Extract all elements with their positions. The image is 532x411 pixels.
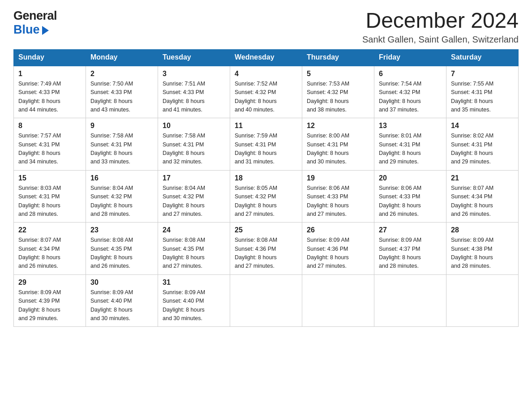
calendar-week-row: 8Sunrise: 7:57 AMSunset: 4:31 PMDaylight…	[14, 118, 519, 171]
day-info: Sunrise: 8:08 AMSunset: 4:36 PMDaylight:…	[235, 236, 297, 271]
day-number: 2	[90, 70, 153, 78]
day-number: 24	[163, 226, 225, 234]
calendar-cell: 9Sunrise: 7:58 AMSunset: 4:31 PMDaylight…	[86, 118, 158, 171]
day-info: Sunrise: 7:50 AMSunset: 4:33 PMDaylight:…	[90, 80, 153, 115]
day-number: 31	[163, 278, 225, 287]
calendar-cell: 15Sunrise: 8:03 AMSunset: 4:31 PMDayligh…	[14, 170, 86, 223]
weekday-header-row: Sunday Monday Tuesday Wednesday Thursday…	[14, 49, 519, 65]
calendar-week-row: 22Sunrise: 8:07 AMSunset: 4:34 PMDayligh…	[14, 223, 519, 275]
calendar-cell: 23Sunrise: 8:08 AMSunset: 4:35 PMDayligh…	[86, 223, 158, 275]
day-info: Sunrise: 7:57 AMSunset: 4:31 PMDaylight:…	[18, 132, 81, 167]
day-info: Sunrise: 8:09 AMSunset: 4:40 PMDaylight:…	[163, 288, 225, 323]
day-number: 7	[451, 70, 514, 78]
calendar-cell: 8Sunrise: 7:57 AMSunset: 4:31 PMDaylight…	[14, 118, 86, 171]
location-subtitle: Sankt Gallen, Saint Gallen, Switzerland	[362, 34, 519, 45]
calendar-cell: 29Sunrise: 8:09 AMSunset: 4:39 PMDayligh…	[14, 274, 86, 327]
calendar-table: Sunday Monday Tuesday Wednesday Thursday…	[13, 49, 519, 327]
day-number: 1	[18, 70, 81, 78]
calendar-week-row: 1Sunrise: 7:49 AMSunset: 4:33 PMDaylight…	[14, 65, 519, 118]
header-sunday: Sunday	[14, 49, 86, 65]
header-wednesday: Wednesday	[230, 49, 302, 65]
calendar-cell	[446, 274, 519, 327]
day-info: Sunrise: 8:04 AMSunset: 4:32 PMDaylight:…	[163, 184, 225, 219]
calendar-cell: 17Sunrise: 8:04 AMSunset: 4:32 PMDayligh…	[158, 170, 230, 223]
calendar-cell: 31Sunrise: 8:09 AMSunset: 4:40 PMDayligh…	[158, 274, 230, 327]
day-number: 8	[18, 122, 81, 130]
day-number: 15	[18, 174, 81, 182]
day-info: Sunrise: 7:54 AMSunset: 4:32 PMDaylight:…	[379, 80, 442, 115]
day-info: Sunrise: 8:03 AMSunset: 4:31 PMDaylight:…	[18, 184, 81, 219]
calendar-cell: 30Sunrise: 8:09 AMSunset: 4:40 PMDayligh…	[86, 274, 158, 327]
calendar-cell: 4Sunrise: 7:52 AMSunset: 4:32 PMDaylight…	[230, 65, 302, 118]
day-number: 26	[307, 226, 369, 234]
calendar-week-row: 15Sunrise: 8:03 AMSunset: 4:31 PMDayligh…	[14, 170, 519, 223]
day-info: Sunrise: 7:49 AMSunset: 4:33 PMDaylight:…	[18, 80, 81, 115]
day-number: 3	[163, 70, 225, 78]
calendar-cell: 26Sunrise: 8:09 AMSunset: 4:36 PMDayligh…	[302, 223, 374, 275]
header-tuesday: Tuesday	[158, 49, 230, 65]
calendar-cell: 28Sunrise: 8:09 AMSunset: 4:38 PMDayligh…	[446, 223, 519, 275]
calendar-cell: 12Sunrise: 8:00 AMSunset: 4:31 PMDayligh…	[302, 118, 374, 171]
calendar-cell: 5Sunrise: 7:53 AMSunset: 4:32 PMDaylight…	[302, 65, 374, 118]
day-number: 19	[307, 174, 369, 182]
calendar-cell: 22Sunrise: 8:07 AMSunset: 4:34 PMDayligh…	[14, 223, 86, 275]
header-thursday: Thursday	[302, 49, 374, 65]
day-info: Sunrise: 7:53 AMSunset: 4:32 PMDaylight:…	[307, 80, 369, 115]
logo-blue-line: Blue	[13, 23, 49, 37]
logo-general: General	[13, 9, 57, 23]
calendar-cell: 13Sunrise: 8:01 AMSunset: 4:31 PMDayligh…	[374, 118, 446, 171]
day-number: 29	[18, 278, 81, 287]
day-info: Sunrise: 7:55 AMSunset: 4:31 PMDaylight:…	[451, 80, 514, 115]
day-info: Sunrise: 7:51 AMSunset: 4:33 PMDaylight:…	[163, 80, 225, 115]
day-info: Sunrise: 8:06 AMSunset: 4:33 PMDaylight:…	[379, 184, 442, 219]
header-saturday: Saturday	[446, 49, 519, 65]
day-info: Sunrise: 7:58 AMSunset: 4:31 PMDaylight:…	[90, 132, 153, 167]
day-number: 4	[235, 70, 297, 78]
title-area: December 2024 Sankt Gallen, Saint Gallen…	[362, 9, 519, 45]
day-info: Sunrise: 8:06 AMSunset: 4:33 PMDaylight:…	[307, 184, 369, 219]
day-info: Sunrise: 8:07 AMSunset: 4:34 PMDaylight:…	[451, 184, 514, 219]
logo-blue-text: Blue	[13, 23, 40, 37]
day-info: Sunrise: 7:58 AMSunset: 4:31 PMDaylight:…	[163, 132, 225, 167]
day-info: Sunrise: 8:09 AMSunset: 4:40 PMDaylight:…	[90, 288, 153, 323]
calendar-cell: 6Sunrise: 7:54 AMSunset: 4:32 PMDaylight…	[374, 65, 446, 118]
day-number: 13	[379, 122, 442, 130]
calendar-cell: 10Sunrise: 7:58 AMSunset: 4:31 PMDayligh…	[158, 118, 230, 171]
day-number: 27	[379, 226, 442, 234]
calendar-cell: 1Sunrise: 7:49 AMSunset: 4:33 PMDaylight…	[14, 65, 86, 118]
calendar-week-row: 29Sunrise: 8:09 AMSunset: 4:39 PMDayligh…	[14, 274, 519, 327]
calendar-header: Sunday Monday Tuesday Wednesday Thursday…	[14, 49, 519, 65]
day-number: 5	[307, 70, 369, 78]
day-number: 9	[90, 122, 153, 130]
day-info: Sunrise: 8:09 AMSunset: 4:36 PMDaylight:…	[307, 236, 369, 271]
day-number: 17	[163, 174, 225, 182]
logo: General Blue	[13, 9, 57, 37]
day-number: 16	[90, 174, 153, 182]
day-info: Sunrise: 8:04 AMSunset: 4:32 PMDaylight:…	[90, 184, 153, 219]
calendar-cell: 16Sunrise: 8:04 AMSunset: 4:32 PMDayligh…	[86, 170, 158, 223]
calendar-cell	[374, 274, 446, 327]
day-info: Sunrise: 8:09 AMSunset: 4:39 PMDaylight:…	[18, 288, 81, 323]
day-info: Sunrise: 8:02 AMSunset: 4:31 PMDaylight:…	[451, 132, 514, 167]
day-info: Sunrise: 7:59 AMSunset: 4:31 PMDaylight:…	[235, 132, 297, 167]
calendar-cell: 11Sunrise: 7:59 AMSunset: 4:31 PMDayligh…	[230, 118, 302, 171]
day-number: 30	[90, 278, 153, 287]
calendar-cell: 2Sunrise: 7:50 AMSunset: 4:33 PMDaylight…	[86, 65, 158, 118]
calendar-cell: 7Sunrise: 7:55 AMSunset: 4:31 PMDaylight…	[446, 65, 519, 118]
day-number: 10	[163, 122, 225, 130]
day-info: Sunrise: 8:05 AMSunset: 4:32 PMDaylight:…	[235, 184, 297, 219]
day-number: 18	[235, 174, 297, 182]
calendar-cell: 27Sunrise: 8:09 AMSunset: 4:37 PMDayligh…	[374, 223, 446, 275]
page-header: General Blue December 2024 Sankt Gallen,…	[13, 9, 519, 45]
calendar-cell	[302, 274, 374, 327]
header-friday: Friday	[374, 49, 446, 65]
calendar-cell: 21Sunrise: 8:07 AMSunset: 4:34 PMDayligh…	[446, 170, 519, 223]
day-number: 23	[90, 226, 153, 234]
day-number: 6	[379, 70, 442, 78]
day-info: Sunrise: 8:08 AMSunset: 4:35 PMDaylight:…	[163, 236, 225, 271]
day-info: Sunrise: 8:01 AMSunset: 4:31 PMDaylight:…	[379, 132, 442, 167]
day-number: 14	[451, 122, 514, 130]
day-info: Sunrise: 8:00 AMSunset: 4:31 PMDaylight:…	[307, 132, 369, 167]
day-number: 20	[379, 174, 442, 182]
calendar-cell: 20Sunrise: 8:06 AMSunset: 4:33 PMDayligh…	[374, 170, 446, 223]
